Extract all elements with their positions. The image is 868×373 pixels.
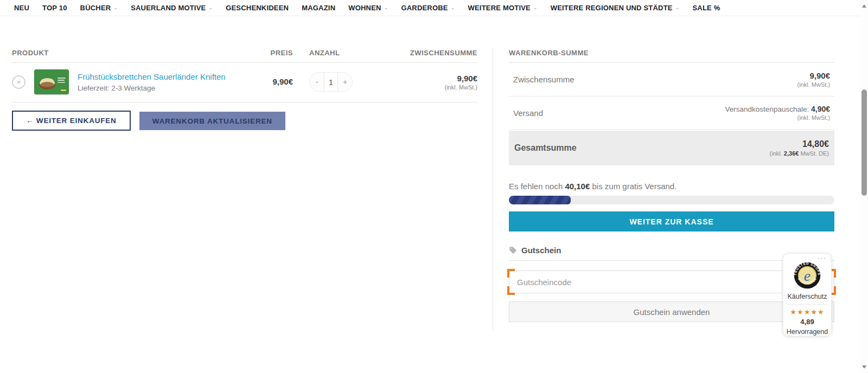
chevron-down-icon: ⌄: [533, 5, 538, 10]
free-shipping-suffix: bis zum gratis Versand.: [590, 182, 676, 191]
checkout-button[interactable]: WEITER ZUR KASSE: [509, 211, 834, 231]
scroll-down-arrow-icon[interactable]: [862, 365, 866, 369]
breakfast-board-image: [34, 69, 69, 94]
free-shipping-progress-track: [509, 196, 834, 204]
badge-menu-dots[interactable]: ···: [818, 254, 826, 262]
focus-corner-icon: [507, 286, 515, 295]
rating-grade: Hervorragend: [787, 328, 828, 336]
svg-text:e: e: [804, 267, 810, 284]
subtotal-label: Zwischensumme: [513, 75, 575, 84]
total-tax-suffix: MwSt. DE): [799, 150, 829, 157]
nav-label: BÜCHER: [80, 4, 111, 12]
chevron-down-icon: ⌄: [208, 5, 213, 10]
main-navigation: NEU TOP 10 BÜCHER⌄ SAUERLAND MOTIVE⌄ GES…: [0, 0, 868, 16]
nav-label: WOHNEN: [348, 4, 381, 12]
quantity-stepper: - 1 +: [309, 72, 353, 92]
buyer-protection-label: Käuferschutz: [788, 293, 827, 300]
total-tax-amount: 2,36€: [784, 150, 799, 157]
subtotal-cell: 9,90€ (inkl. MwSt.): [369, 74, 477, 91]
subtotal-value: 9,90€: [809, 71, 830, 80]
product-thumbnail[interactable]: [34, 69, 69, 94]
total-value: 14,80€: [802, 139, 829, 149]
trusted-shops-badge[interactable]: ··· TRUSTED SHOPS GUARANTEE e Käuferschu…: [783, 253, 832, 336]
update-cart-button[interactable]: WARENKORB AKTUALISIEREN: [139, 112, 285, 130]
chevron-down-icon: ⌄: [384, 5, 388, 10]
scroll-up-arrow-icon[interactable]: [862, 4, 866, 8]
nav-label: WEITERE MOTIVE: [468, 4, 530, 12]
delivery-time-text: Lieferzeit: 2-3 Werktage: [78, 84, 226, 92]
item-subtotal: 9,90€: [457, 74, 477, 83]
nav-label: SALE %: [692, 4, 720, 12]
total-tax-note: (inkl. 2,36€ MwSt. DE): [770, 150, 829, 157]
free-shipping-notice: Es fehlen noch 40,10€ bis zum gratis Ver…: [509, 182, 834, 191]
nav-label: NEU: [14, 4, 29, 12]
product-cell: × Frühstücksbrettchen Sauerländer Knifte…: [12, 69, 251, 94]
focus-corner-icon: [507, 269, 515, 278]
free-shipping-amount: 40,10€: [565, 182, 590, 191]
cart-item-row: × Frühstücksbrettchen Sauerländer Knifte…: [12, 63, 477, 102]
total-values: 14,80€ (inkl. 2,36€ MwSt. DE): [770, 139, 829, 157]
chevron-down-icon: ⌄: [675, 5, 680, 10]
quantity-increase-button[interactable]: +: [338, 73, 352, 91]
nav-item-weitere-regionen[interactable]: WEITERE REGIONEN UND STÄDTE⌄: [544, 4, 686, 12]
shipping-tax-note: (inkl. MwSt.): [797, 114, 831, 121]
nav-label: SAUERLAND MOTIVE: [131, 4, 206, 12]
trusted-shops-logo-icon: TRUSTED SHOPS GUARANTEE e: [793, 261, 821, 290]
nav-item-weitere-motive[interactable]: WEITERE MOTIVE⌄: [461, 4, 544, 12]
badge-divider: [787, 304, 827, 305]
nav-item-wohnen[interactable]: WOHNEN⌄: [342, 4, 394, 12]
nav-item-buecher[interactable]: BÜCHER⌄: [74, 4, 125, 12]
nav-item-sauerland-motive[interactable]: SAUERLAND MOTIVE⌄: [124, 4, 219, 12]
subtotal-tax-note: (inkl. MwSt.): [797, 81, 831, 88]
nav-item-neu[interactable]: NEU: [8, 4, 36, 12]
remove-item-button[interactable]: ×: [12, 75, 25, 89]
nav-item-magazin[interactable]: MAGAZIN: [295, 4, 342, 12]
continue-shopping-button[interactable]: ← WEITER EINKAUFEN: [12, 111, 131, 131]
nav-item-garderobe[interactable]: GARDEROBE⌄: [394, 4, 461, 12]
total-label: Gesamtsumme: [514, 143, 577, 153]
total-tax-prefix: (inkl.: [770, 150, 784, 157]
coupon-title: Gutschein: [521, 246, 561, 255]
tag-icon: [509, 246, 517, 254]
cart-actions: ← WEITER EINKAUFEN WARENKORB AKTUALISIER…: [12, 111, 477, 131]
item-price: 9,90€: [272, 77, 293, 86]
cart-table-section: PRODUKT PREIS ANZAHL ZWISCHENSUMME ×: [12, 49, 477, 131]
nav-label: GARDEROBE: [401, 4, 448, 12]
shipping-label: Versand: [513, 108, 543, 118]
rating-stars: ★★★★★: [790, 308, 824, 316]
header-anzahl: ANZAHL: [293, 49, 369, 57]
nav-label: GESCHENKIDEEN: [226, 4, 289, 12]
rating-value: 4,89: [800, 318, 814, 326]
quantity-cell: - 1 +: [293, 72, 369, 92]
column-divider: [493, 48, 493, 331]
nav-item-geschenkideen[interactable]: GESCHENKIDEEN: [219, 4, 295, 12]
header-produkt: PRODUKT: [12, 49, 251, 57]
shipping-values: Versandkostenpauschale: 4,90€ (inkl. MwS…: [725, 105, 830, 121]
shipping-cost: 4,90€: [811, 105, 830, 113]
price-cell: 9,90€: [251, 77, 293, 87]
scrollbar-thumb[interactable]: [861, 89, 867, 196]
chevron-down-icon: ⌄: [113, 5, 118, 10]
vertical-scrollbar[interactable]: [860, 0, 868, 373]
free-shipping-progress-fill: [509, 196, 571, 204]
quantity-decrease-button[interactable]: -: [310, 73, 324, 91]
free-shipping-prefix: Es fehlen noch: [509, 182, 565, 191]
nav-label: TOP 10: [42, 4, 67, 12]
cart-summary-title: WARENKORB-SUMME: [509, 49, 834, 63]
header-zwischensumme: ZWISCHENSUMME: [369, 49, 477, 57]
nav-item-top10[interactable]: TOP 10: [36, 4, 74, 12]
product-title-link[interactable]: Frühstücksbrettchen Sauerländer Kniften: [78, 72, 226, 81]
product-info: Frühstücksbrettchen Sauerländer Kniften …: [78, 72, 226, 92]
shipping-row: Versand Versandkostenpauschale: 4,90€ (i…: [509, 97, 834, 130]
item-subtotal-tax-note: (inkl. MwSt.): [445, 84, 478, 91]
total-row: Gesamtsumme 14,80€ (inkl. 2,36€ MwSt. DE…: [509, 131, 834, 165]
quantity-value[interactable]: 1: [324, 73, 338, 91]
shipping-method-line: Versandkostenpauschale: 4,90€: [725, 105, 830, 113]
nav-label: MAGAZIN: [302, 4, 335, 12]
chevron-down-icon: ⌄: [451, 5, 455, 10]
nav-item-sale[interactable]: SALE %: [686, 4, 726, 12]
cart-table-header: PRODUKT PREIS ANZAHL ZWISCHENSUMME: [12, 49, 477, 63]
subtotal-values: 9,90€ (inkl. MwSt.): [797, 71, 831, 88]
header-preis: PREIS: [251, 49, 293, 57]
shipping-method-text: Versandkostenpauschale:: [725, 105, 811, 113]
